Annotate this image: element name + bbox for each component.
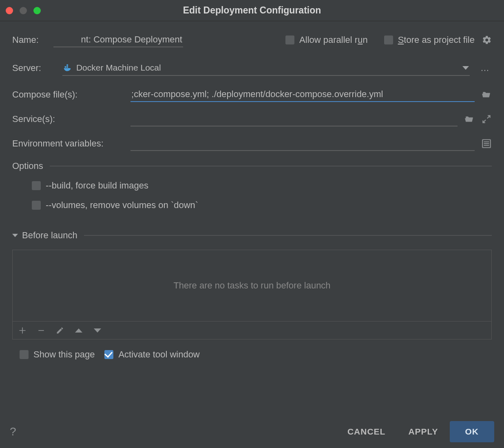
folder-open-icon[interactable] <box>464 114 475 124</box>
move-down-button[interactable] <box>92 325 103 336</box>
edit-button[interactable] <box>54 325 66 336</box>
help-button[interactable]: ? <box>10 425 16 438</box>
remove-button[interactable] <box>35 325 47 336</box>
gear-icon[interactable] <box>482 35 492 45</box>
chevron-down-icon <box>462 66 469 70</box>
move-up-button[interactable] <box>73 325 84 336</box>
before-launch-title: Before launch <box>22 230 77 241</box>
store-as-project-file-checkbox[interactable] <box>384 35 393 44</box>
titlebar: Edit Deployment Configuration <box>0 0 504 21</box>
before-launch-empty-text: There are no tasks to run before launch <box>173 280 330 291</box>
svg-rect-7 <box>38 330 44 331</box>
name-label: Name: <box>12 35 39 45</box>
apply-button[interactable]: APPLY <box>397 421 449 442</box>
options-title: Options <box>12 161 43 171</box>
store-as-project-file-label[interactable]: Store as project file <box>398 35 475 45</box>
compose-files-label: Compose file(s): <box>12 89 130 100</box>
env-label: Environment variables: <box>12 138 130 149</box>
server-more-button[interactable]: … <box>479 63 492 73</box>
cancel-button[interactable]: CANCEL <box>336 421 397 442</box>
divider <box>84 235 492 236</box>
options-section-header: Options <box>12 161 492 171</box>
server-value: Docker Machine Local <box>76 63 462 73</box>
show-this-page-checkbox[interactable] <box>20 350 29 359</box>
svg-rect-1 <box>66 66 68 68</box>
activate-tool-window-checkbox[interactable] <box>104 350 113 359</box>
docker-icon <box>63 63 72 72</box>
divider <box>50 166 492 166</box>
allow-parallel-run-checkbox[interactable] <box>285 35 294 44</box>
before-launch-header[interactable]: Before launch <box>12 230 492 241</box>
list-icon[interactable] <box>481 138 492 149</box>
build-checkbox[interactable] <box>32 181 41 190</box>
window-controls <box>6 7 41 14</box>
compose-files-input[interactable] <box>130 87 475 102</box>
volumes-label[interactable]: --volumes, remove volumes on `down` <box>46 200 198 211</box>
maximize-window-button[interactable] <box>33 7 41 14</box>
build-label[interactable]: --build, force build images <box>46 180 148 191</box>
server-label: Server: <box>12 63 41 73</box>
svg-rect-0 <box>65 66 66 68</box>
ok-button[interactable]: OK <box>450 421 495 442</box>
chevron-down-icon[interactable] <box>12 234 18 237</box>
expand-icon[interactable] <box>481 114 492 124</box>
show-this-page-label[interactable]: Show this page <box>33 349 95 360</box>
close-window-button[interactable] <box>6 7 13 14</box>
activate-tool-window-label[interactable]: Activate tool window <box>118 349 199 360</box>
env-input[interactable] <box>130 136 475 151</box>
before-launch-list: There are no tasks to run before launch <box>12 250 492 322</box>
name-input[interactable] <box>53 33 183 47</box>
before-launch-toolbar <box>12 322 492 339</box>
svg-rect-2 <box>66 64 68 66</box>
volumes-checkbox[interactable] <box>32 201 41 210</box>
services-label: Service(s): <box>12 114 130 124</box>
server-dropdown[interactable]: Docker Machine Local <box>62 60 470 76</box>
folder-open-icon[interactable] <box>481 89 492 100</box>
allow-parallel-run-label[interactable]: Allow parallel run <box>299 35 368 45</box>
services-input[interactable] <box>130 112 458 126</box>
add-button[interactable] <box>17 325 28 336</box>
window-title: Edit Deployment Configuration <box>0 5 504 16</box>
minimize-window-button[interactable] <box>20 7 27 14</box>
